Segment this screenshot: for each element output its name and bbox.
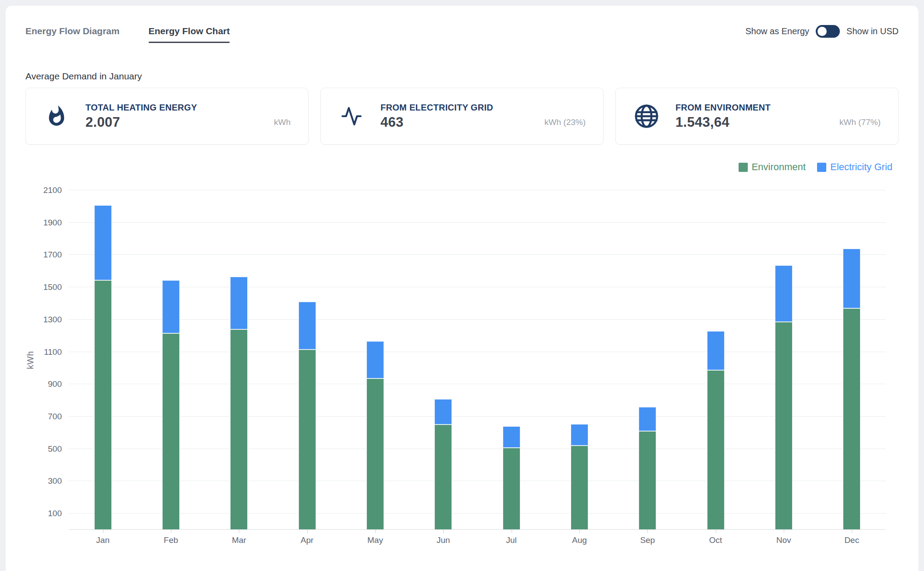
bar-electricity-grid-jun[interactable]	[434, 399, 452, 425]
stat-value: 463	[380, 114, 404, 130]
bar-group-jul: Jul	[477, 190, 545, 530]
x-tick-label-jan: Jan	[69, 535, 137, 545]
x-tick-dec	[852, 530, 852, 533]
bars-row: JanFebMarAprMayJunJulAugSepOctNovDec	[69, 190, 886, 530]
legend-swatch-electricity-grid	[817, 163, 826, 172]
bar-electricity-grid-nov[interactable]	[775, 265, 793, 322]
y-tick-label-300: 300	[48, 476, 62, 486]
bar-group-sep: Sep	[614, 190, 682, 530]
bar-electricity-grid-dec[interactable]	[843, 249, 860, 308]
bar-electricity-grid-feb[interactable]	[162, 280, 180, 334]
bar-environment-apr[interactable]	[299, 350, 316, 530]
stat-unit: kWh (77%)	[839, 118, 881, 127]
legend-label: Electricity Grid	[830, 161, 892, 173]
x-tick-label-feb: Feb	[137, 535, 205, 545]
unit-toggle-group: Show as Energy Show in USD	[745, 25, 899, 38]
y-tick-label-700: 700	[48, 412, 62, 421]
bar-environment-jun[interactable]	[434, 425, 452, 530]
x-tick-label-may: May	[341, 535, 409, 545]
flame-icon	[43, 103, 70, 129]
chart-legend: Environment Electricity Grid	[25, 161, 899, 173]
x-tick-label-aug: Aug	[545, 535, 613, 545]
energy-usd-toggle[interactable]	[816, 25, 840, 38]
stat-value: 1.543,64	[675, 114, 729, 130]
bar-electricity-grid-jan[interactable]	[94, 205, 112, 280]
activity-icon	[338, 105, 365, 127]
stat-title: TOTAL HEATING ENERGY	[85, 103, 291, 113]
toggle-knob	[817, 27, 827, 36]
stat-card-environment: FROM ENVIRONMENT 1.543,64 kWh (77%)	[615, 88, 899, 145]
stat-title: FROM ENVIRONMENT	[675, 103, 881, 113]
bar-environment-jul[interactable]	[503, 448, 520, 530]
toggle-label-usd: Show in USD	[846, 26, 899, 36]
bar-environment-dec[interactable]	[843, 308, 860, 530]
bar-group-aug: Aug	[545, 190, 613, 530]
bar-electricity-grid-jul[interactable]	[503, 426, 520, 448]
x-tick-feb	[171, 530, 171, 533]
x-tick-jun	[443, 530, 444, 533]
bar-group-feb: Feb	[137, 190, 205, 530]
x-tick-jul	[512, 530, 512, 533]
header-bar: Energy Flow Diagram Energy Flow Chart Sh…	[6, 6, 918, 43]
y-tick-label-1700: 1700	[43, 250, 62, 260]
y-axis-title: kWh	[25, 351, 36, 369]
bar-environment-sep[interactable]	[639, 431, 656, 530]
bar-group-nov: Nov	[750, 190, 817, 530]
y-tick-label-100: 100	[48, 509, 62, 518]
bar-environment-jan[interactable]	[94, 280, 112, 530]
globe-icon	[633, 103, 660, 129]
bar-environment-oct[interactable]	[707, 370, 725, 530]
x-tick-label-jun: Jun	[409, 535, 477, 545]
bar-group-may: May	[341, 190, 409, 530]
x-tick-jan	[103, 530, 103, 533]
toggle-label-energy: Show as Energy	[745, 26, 809, 36]
legend-item-environment: Environment	[739, 161, 806, 173]
bar-electricity-grid-oct[interactable]	[707, 331, 725, 370]
stat-cards-row: TOTAL HEATING ENERGY 2.007 kWh FROM ELEC…	[25, 88, 899, 145]
stat-value: 2.007	[85, 114, 120, 130]
tab-energy-flow-chart[interactable]: Energy Flow Chart	[149, 26, 230, 43]
x-tick-label-dec: Dec	[818, 535, 886, 545]
main-panel: Energy Flow Diagram Energy Flow Chart Sh…	[6, 6, 918, 571]
page-title: Average Demand in January	[25, 71, 899, 82]
x-tick-label-jul: Jul	[477, 535, 545, 545]
x-tick-label-apr: Apr	[273, 535, 341, 545]
x-tick-apr	[307, 530, 308, 533]
bar-electricity-grid-may[interactable]	[366, 341, 384, 379]
x-tick-aug	[579, 530, 580, 533]
y-tick-label-1900: 1900	[43, 218, 62, 228]
bar-environment-nov[interactable]	[775, 322, 793, 530]
bar-environment-may[interactable]	[366, 378, 384, 530]
bar-group-jan: Jan	[69, 190, 137, 530]
x-tick-mar	[239, 530, 239, 533]
y-tick-label-1100: 1100	[44, 347, 62, 357]
x-tick-label-nov: Nov	[750, 535, 817, 545]
y-tick-label-1300: 1300	[43, 315, 62, 325]
y-tick-label-900: 900	[48, 379, 62, 389]
y-tick-label-1500: 1500	[43, 282, 62, 292]
y-tick-label-500: 500	[48, 444, 62, 454]
x-tick-label-sep: Sep	[614, 535, 682, 545]
x-tick-label-oct: Oct	[682, 535, 750, 545]
plot-area: kWh JanFebMarAprMayJunJulAugSepOctNovDec…	[69, 190, 886, 530]
stat-unit: kWh	[274, 118, 291, 127]
bar-group-mar: Mar	[205, 190, 273, 530]
bar-electricity-grid-aug[interactable]	[571, 424, 588, 446]
stat-card-total-heating: TOTAL HEATING ENERGY 2.007 kWh	[25, 88, 309, 145]
x-tick-may	[375, 530, 376, 533]
tab-energy-flow-diagram[interactable]: Energy Flow Diagram	[25, 26, 120, 43]
bar-electricity-grid-apr[interactable]	[299, 302, 316, 350]
stat-card-electricity-grid: FROM ELECTRICITY GRID 463 kWh (23%)	[320, 88, 604, 145]
x-tick-label-mar: Mar	[205, 535, 273, 545]
legend-swatch-environment	[739, 163, 748, 172]
bar-environment-mar[interactable]	[230, 329, 248, 530]
bar-group-oct: Oct	[682, 190, 750, 530]
bar-environment-feb[interactable]	[162, 333, 180, 530]
legend-label: Environment	[752, 161, 806, 173]
stat-unit: kWh (23%)	[544, 118, 586, 127]
bar-environment-aug[interactable]	[571, 446, 588, 530]
bar-electricity-grid-sep[interactable]	[639, 407, 656, 431]
stacked-bar-chart: kWh JanFebMarAprMayJunJulAugSepOctNovDec…	[25, 180, 899, 561]
bar-group-apr: Apr	[273, 190, 341, 530]
bar-electricity-grid-mar[interactable]	[230, 277, 248, 329]
